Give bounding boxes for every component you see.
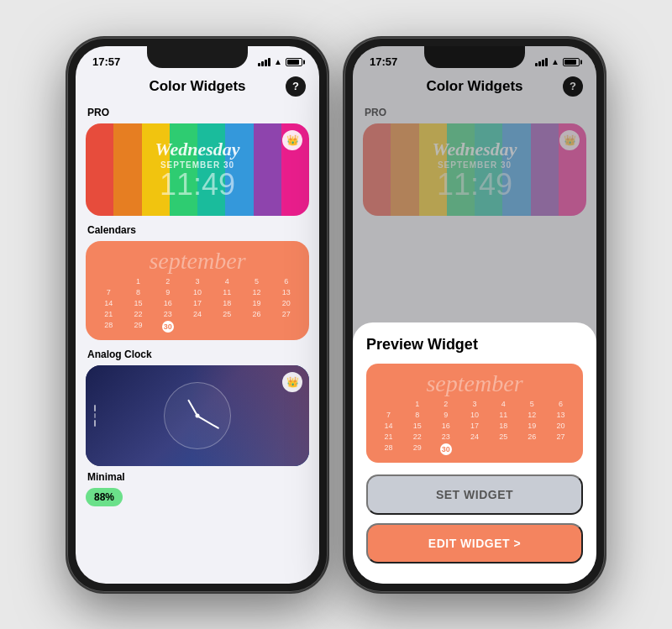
cal-cell: 13: [547, 410, 575, 420]
rainbow-overlay-left: Wednesday SEPTEMBER 30 11:49: [86, 123, 309, 216]
cal-cell: 19: [242, 298, 270, 308]
cal-cell: 10: [460, 410, 488, 420]
cal-cell: [94, 276, 123, 286]
cal-cell: 3: [460, 399, 488, 409]
cal-grid-left: 123456 78910111213 14151617181920 212223…: [94, 276, 301, 333]
cal-cell: 4: [490, 399, 517, 409]
clock-widget-left[interactable]: 👑: [86, 365, 309, 466]
percent-badge-left[interactable]: 88%: [86, 488, 123, 506]
cal-cell: 16: [432, 421, 459, 431]
cal-cell: 27: [272, 309, 301, 319]
cal-cell: 4: [213, 276, 241, 286]
calendar-widget-left[interactable]: september 123456 78910111213 14151617181…: [86, 241, 309, 340]
cal-cell: 18: [490, 421, 517, 431]
clock-face-left: [164, 382, 231, 449]
signal-bars-left: [258, 58, 270, 66]
cal-cell: 11: [490, 410, 517, 420]
cal-cell: 16: [154, 298, 182, 308]
cal-cell: 5: [518, 399, 546, 409]
tick: [94, 420, 96, 427]
cal-cell: 24: [460, 432, 488, 442]
clock-ticks-left: [94, 405, 96, 427]
cal-cell: 24: [183, 309, 212, 319]
cal-cell: 19: [518, 421, 546, 431]
cal-cell: 23: [432, 432, 459, 442]
widget-time-left: 11:49: [160, 170, 235, 200]
cal-cell: 18: [213, 298, 241, 308]
cal-cell: [272, 320, 301, 333]
cal-cell: 22: [123, 309, 152, 319]
popup-title: Preview Widget: [366, 336, 583, 354]
crown-badge-rainbow-left: 👑: [282, 130, 302, 150]
cal-cell: [547, 443, 575, 456]
cal-cell: 20: [272, 298, 301, 308]
cal-cell: 15: [123, 298, 152, 308]
help-button-left[interactable]: ?: [286, 76, 306, 97]
cal-cell: 12: [518, 410, 546, 420]
cal-cell: 1: [403, 399, 431, 409]
right-phone: 17:57 ▲ Color Widgets ?: [344, 38, 605, 592]
cal-cell: 7: [94, 287, 123, 297]
cal-cell: 21: [375, 432, 402, 442]
popup-card: Preview Widget september 123456 78910111…: [353, 322, 596, 584]
scroll-content-left: PRO Wednesday SEPTEMB: [76, 102, 319, 506]
cal-cell: [460, 443, 488, 456]
cal-cell: 13: [272, 287, 301, 297]
cal-cell: 20: [547, 421, 575, 431]
cal-cell: [183, 320, 212, 333]
cal-cell: 14: [94, 298, 123, 308]
cal-cell: 23: [154, 309, 182, 319]
minute-hand-left: [197, 415, 220, 428]
cal-cell: 8: [123, 287, 152, 297]
cal-cell: 6: [547, 399, 575, 409]
cal-cell: 9: [432, 410, 459, 420]
section-analog-left: Analog Clock: [87, 349, 309, 360]
cal-cell: 28: [94, 320, 123, 333]
cal-cell: 17: [460, 421, 488, 431]
cal-cell: 26: [242, 309, 270, 319]
popup-cal-grid: 123456 78910111213 14151617181920 212223…: [375, 399, 575, 456]
rainbow-widget-left[interactable]: Wednesday SEPTEMBER 30 11:49 👑: [86, 123, 309, 216]
cal-cell: 22: [403, 432, 431, 442]
left-phone: 17:57 ▲ Color Widgets ?: [67, 38, 328, 592]
cal-cell: 5: [242, 276, 270, 286]
cal-month-left: september: [94, 248, 301, 275]
cal-cell: [490, 443, 517, 456]
cal-cell: 30: [432, 443, 459, 456]
cal-cell: 8: [403, 410, 431, 420]
app-title-left: Color Widgets: [149, 78, 245, 95]
phone-screen-left: 17:57 ▲ Color Widgets ?: [76, 46, 319, 584]
cal-cell: 10: [183, 287, 212, 297]
cal-cell: 2: [154, 276, 182, 286]
tick: [94, 413, 96, 418]
cal-today: 30: [154, 320, 182, 333]
cal-cell: 6: [272, 276, 301, 286]
cal-today-badge: 30: [162, 321, 174, 333]
section-minimal-left: Minimal: [87, 471, 309, 483]
cal-cell: 12: [242, 287, 270, 297]
cal-cell: 25: [490, 432, 517, 442]
cal-cell: 15: [403, 421, 431, 431]
cal-cell: 17: [183, 298, 212, 308]
cal-today-popup: 30: [440, 443, 452, 455]
cal-cell: [242, 320, 270, 333]
cal-cell: 7: [375, 410, 402, 420]
signal-bar-1: [258, 63, 260, 66]
wifi-icon-left: ▲: [274, 57, 282, 66]
cal-cell: 21: [94, 309, 123, 319]
set-widget-button[interactable]: SET WIDGET: [366, 474, 583, 515]
signal-bar-4: [268, 58, 270, 66]
battery-icon-left: [286, 58, 302, 66]
cal-cell: [518, 443, 546, 456]
status-icons-left: ▲: [258, 57, 302, 66]
edit-widget-button[interactable]: EDIT WIDGET >: [366, 523, 583, 563]
cal-cell: 26: [518, 432, 546, 442]
app-header-left: Color Widgets ?: [76, 75, 319, 102]
clock-face-container-left: [86, 365, 309, 466]
cal-cell: 27: [547, 432, 575, 442]
popup-cal-month: september: [375, 370, 575, 397]
signal-bar-3: [265, 60, 267, 66]
widget-day-left: Wednesday: [155, 139, 239, 160]
cal-cell: 9: [154, 287, 182, 297]
cal-cell: [213, 320, 241, 333]
